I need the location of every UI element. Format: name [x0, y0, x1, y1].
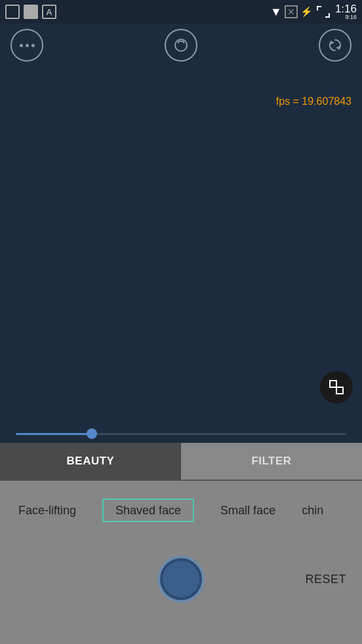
slider-area[interactable]: [0, 433, 362, 435]
tab-beauty[interactable]: BEAUTY: [0, 443, 181, 480]
square-icon-1: [5, 5, 20, 19]
svg-rect-3: [330, 381, 336, 387]
filter-option-chin[interactable]: chin: [289, 499, 336, 523]
camera-area: fps = 19.607843: [0, 24, 362, 443]
time-display: 1:16: [335, 3, 357, 14]
crop-icon: [328, 379, 345, 396]
wifi-icon: ▼: [270, 5, 282, 19]
refresh-button[interactable]: [319, 29, 352, 62]
slider-track[interactable]: [16, 433, 346, 435]
battery-icon: ⚡: [300, 6, 313, 18]
bottom-panel: BEAUTY FILTER Face-lifting Shaved face S…: [0, 443, 362, 644]
tab-bar: BEAUTY FILTER: [0, 443, 362, 480]
slider-thumb[interactable]: [87, 428, 97, 439]
svg-marker-1: [336, 46, 340, 50]
top-toolbar: [0, 24, 362, 67]
filter-option-shaved-face[interactable]: Shaved face: [89, 499, 207, 523]
filter-option-face-lifting[interactable]: Face-lifting: [5, 499, 89, 523]
time-small-display: 9:16: [345, 14, 357, 20]
time-block: 1:16 9:16: [335, 3, 357, 20]
a-icon: A: [42, 5, 56, 19]
slider-fill: [16, 433, 92, 435]
status-bar-right: ▼ ✕ ⚡ 1:16 9:16: [270, 3, 357, 20]
more-options-button[interactable]: [10, 29, 43, 62]
svg-marker-2: [331, 41, 334, 45]
filter-option-small-face[interactable]: Small face: [207, 499, 289, 523]
status-bar-left: A: [5, 5, 56, 19]
refresh-icon: [327, 37, 344, 54]
fps-display: fps = 19.607843: [276, 96, 352, 107]
no-signal-icon: ✕: [285, 5, 298, 18]
reset-button[interactable]: RESET: [305, 573, 346, 586]
filter-options: Face-lifting Shaved face Small face chin: [0, 481, 362, 540]
status-bar: A ▼ ✕ ⚡ 1:16 9:16: [0, 0, 362, 24]
crop-compare-button[interactable]: [320, 371, 353, 404]
dots-icon: [20, 44, 35, 47]
screenshot-icon: [317, 6, 330, 18]
tab-filter[interactable]: FILTER: [181, 443, 362, 480]
capture-button[interactable]: [157, 556, 205, 603]
svg-rect-4: [336, 387, 343, 394]
photo-button[interactable]: [165, 29, 197, 62]
capture-inner: [163, 561, 199, 597]
square-icon-2: [24, 5, 38, 19]
capture-area: RESET: [0, 540, 362, 618]
photo-icon: [172, 37, 190, 54]
